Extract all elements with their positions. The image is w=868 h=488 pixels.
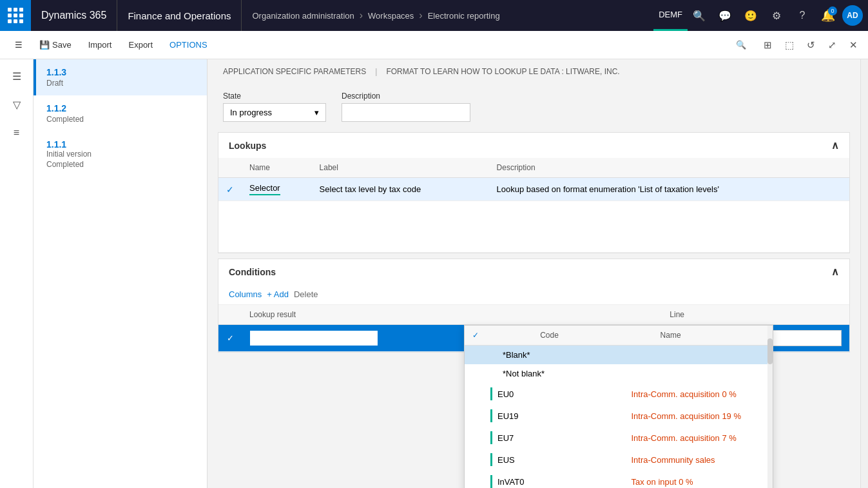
office-icon[interactable]: ⬚ bbox=[782, 37, 796, 54]
dropdown-item-2[interactable]: EU0Intra-Comm. acquisition 0 % bbox=[465, 383, 773, 405]
search-nav-button[interactable]: 🔍 bbox=[688, 4, 711, 27]
toolbar-search-button[interactable]: 🔍 bbox=[729, 35, 753, 54]
columns-button[interactable]: Columns bbox=[229, 289, 262, 299]
environment-badge: DEMF bbox=[653, 0, 688, 31]
breadcrumb-sep-1: › bbox=[360, 10, 363, 21]
version-item-3[interactable]: 1.1.1 Initial version Completed bbox=[34, 132, 207, 177]
sidebar-filter-icon[interactable]: ▽ bbox=[5, 93, 28, 116]
dropdown-item-code-6: InVAT0 bbox=[497, 477, 632, 487]
version-desc-3a: Initial version bbox=[46, 150, 197, 159]
lookup-row-1-label: Select tax level by tax code bbox=[312, 178, 489, 201]
content-bc-part1: APPLICATION SPECIFIC PARAMETERS bbox=[223, 67, 366, 76]
state-select-value: In progress bbox=[230, 108, 272, 117]
description-label: Description bbox=[342, 92, 470, 101]
dropdown-item-value-4: Intra-Comm. acquisition 7 % bbox=[632, 433, 766, 443]
code-dropdown-overlay: ✓ Code Name *Blank**Not blank*EU0Intra-C… bbox=[464, 325, 773, 488]
conditions-header[interactable]: Conditions ∧ bbox=[218, 259, 849, 284]
cond-col-result: Lookup result bbox=[242, 305, 638, 325]
dropdown-item-1[interactable]: *Not blank* bbox=[465, 364, 773, 383]
form-section: State In progress ▾ Description bbox=[207, 92, 860, 132]
delete-button[interactable]: Delete bbox=[294, 289, 318, 299]
sidebar-nav-icon[interactable]: ☰ bbox=[5, 64, 28, 88]
content-area: APPLICATION SPECIFIC PARAMETERS | FORMAT… bbox=[207, 59, 860, 488]
lookups-section-wrapper: Lookups ∧ Name Label Description bbox=[218, 132, 850, 253]
dropdown-item-bar-6 bbox=[490, 475, 492, 488]
comment-button[interactable]: 💬 bbox=[713, 4, 737, 27]
save-icon: 💾 bbox=[39, 40, 50, 50]
breadcrumb-item-2[interactable]: Workspaces bbox=[368, 11, 414, 21]
dropdown-item-5[interactable]: EUSIntra-Community sales bbox=[465, 449, 773, 471]
lookup-row-1-description: Lookup based on format enumeration 'List… bbox=[489, 178, 849, 201]
dropdown-item-bar-2 bbox=[490, 387, 492, 400]
dropdown-item-6[interactable]: InVAT0Tax on input 0 % bbox=[465, 471, 773, 488]
description-field: Description bbox=[342, 92, 470, 122]
dropdown-scrollbar-thumb bbox=[767, 338, 773, 364]
lookups-col-check bbox=[218, 158, 242, 178]
notifications-button[interactable]: 🔔 0 bbox=[816, 4, 840, 27]
version-number-3: 1.1.1 bbox=[46, 139, 197, 150]
lookups-table: Name Label Description ✓ bbox=[218, 158, 849, 253]
dropdown-item-value-2: Intra-Comm. acquisition 0 % bbox=[632, 389, 766, 399]
lookup-row-1[interactable]: ✓ Selector Select tax level by tax code … bbox=[218, 178, 849, 201]
version-item-1[interactable]: 1.1.3 Draft bbox=[34, 59, 207, 95]
expand-icon[interactable]: ⤢ bbox=[825, 37, 839, 54]
import-button[interactable]: Import bbox=[81, 35, 119, 54]
lookups-collapse-icon: ∧ bbox=[831, 139, 839, 151]
dropdown-item-code-4: EU7 bbox=[497, 433, 632, 443]
dropdown-item-0[interactable]: *Blank* bbox=[465, 346, 773, 364]
settings2-icon[interactable]: ⊞ bbox=[761, 37, 775, 54]
import-label: Import bbox=[88, 40, 112, 50]
version-status-2: Completed bbox=[46, 115, 197, 124]
dropdown-col-check: ✓ bbox=[465, 326, 532, 345]
export-button[interactable]: Export bbox=[121, 35, 160, 54]
hamburger-menu-button[interactable]: ☰ bbox=[8, 35, 30, 54]
main-layout: ☰ ▽ ≡ 1.1.3 Draft 1.1.2 Completed 1.1.1 … bbox=[0, 59, 868, 488]
sidebar-list-icon[interactable]: ≡ bbox=[5, 121, 28, 144]
breadcrumb-item-3[interactable]: Electronic reporting bbox=[428, 11, 500, 21]
state-select[interactable]: In progress ▾ bbox=[223, 103, 326, 122]
description-input[interactable] bbox=[342, 103, 470, 122]
version-status-1: Draft bbox=[46, 79, 197, 88]
lookup-result-select[interactable]: Regular taxation ▾ bbox=[249, 330, 378, 346]
dropdown-item-value-6: Tax on input 0 % bbox=[632, 477, 766, 487]
right-scrollbar[interactable] bbox=[860, 59, 868, 488]
help-button[interactable]: ? bbox=[791, 4, 814, 27]
cond-check-icon: ✓ bbox=[227, 333, 234, 343]
lookups-content: Name Label Description ✓ bbox=[218, 158, 849, 253]
user-avatar[interactable]: AD bbox=[842, 5, 863, 26]
code-dropdown-chevron: ▾ bbox=[831, 333, 836, 343]
dropdown-item-bar-5 bbox=[490, 453, 492, 466]
dropdown-header: ✓ Code Name bbox=[465, 326, 773, 346]
check-mark-icon: ✓ bbox=[226, 184, 234, 195]
dropdown-item-value-5: Intra-Community sales bbox=[632, 455, 766, 465]
top-nav-right: 🔍 💬 🙂 ⚙ ? 🔔 0 AD bbox=[688, 4, 868, 27]
dropdown-col-code: Code bbox=[532, 326, 652, 345]
lookup-empty-row bbox=[218, 201, 849, 253]
dropdown-col-name: Name bbox=[653, 326, 773, 345]
lookup-row-1-name: Selector bbox=[242, 178, 312, 201]
version-number-2: 1.1.2 bbox=[46, 103, 197, 113]
version-number-1: 1.1.3 bbox=[46, 67, 197, 77]
apps-menu-button[interactable] bbox=[0, 0, 31, 31]
dropdown-item-bar-3 bbox=[490, 409, 492, 422]
options-button[interactable]: OPTIONS bbox=[162, 35, 215, 54]
lookups-header[interactable]: Lookups ∧ bbox=[218, 133, 849, 158]
dropdown-items-container: *Blank**Not blank*EU0Intra-Comm. acquisi… bbox=[465, 346, 773, 488]
close-icon[interactable]: ✕ bbox=[847, 37, 860, 54]
version-item-2[interactable]: 1.1.2 Completed bbox=[34, 95, 207, 132]
settings-button[interactable]: ⚙ bbox=[765, 4, 788, 27]
lookup-result-chevron: ▾ bbox=[368, 333, 372, 343]
lookup-row-1-check: ✓ bbox=[218, 178, 242, 201]
breadcrumb: Organization administration › Workspaces… bbox=[242, 10, 653, 21]
dropdown-scrollbar[interactable] bbox=[767, 326, 773, 488]
dropdown-item-3[interactable]: EU19Intra-Comm. acquisition 19 % bbox=[465, 405, 773, 427]
save-button[interactable]: 💾 Save bbox=[32, 35, 79, 54]
breadcrumb-item-1[interactable]: Organization administration bbox=[252, 11, 354, 21]
lookups-col-name: Name bbox=[242, 158, 312, 178]
emoji-button[interactable]: 🙂 bbox=[739, 4, 762, 27]
dropdown-item-code-0: *Blank* bbox=[503, 350, 634, 360]
content-bc-part2: FORMAT TO LEARN HOW TO LOOKUP LE DATA : … bbox=[386, 67, 619, 76]
dropdown-item-4[interactable]: EU7Intra-Comm. acquisition 7 % bbox=[465, 427, 773, 449]
add-button[interactable]: + Add bbox=[267, 289, 289, 299]
refresh-icon[interactable]: ↺ bbox=[804, 37, 818, 54]
